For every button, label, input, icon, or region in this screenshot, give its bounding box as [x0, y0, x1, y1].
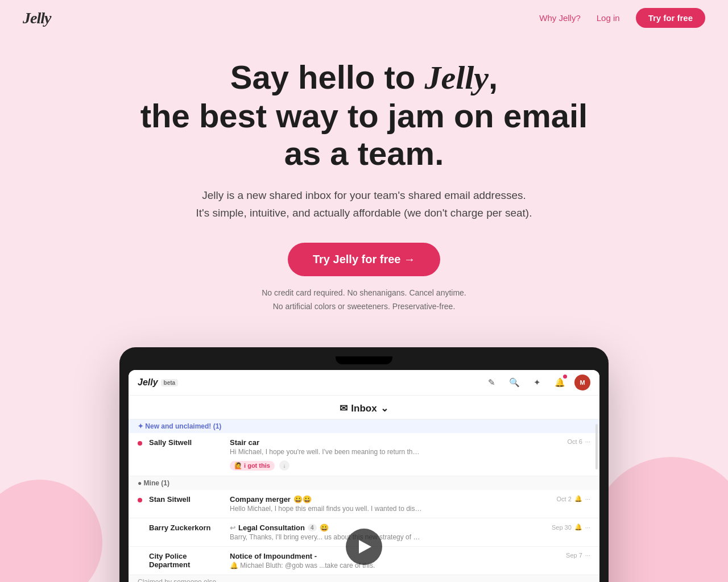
- email-date: Sep 7: [566, 552, 582, 559]
- play-button[interactable]: [346, 529, 382, 565]
- email-subject: Notice of Impoundment -: [230, 552, 559, 560]
- tablet-notch: [336, 356, 392, 364]
- unread-dot: [138, 441, 142, 446]
- nav-logo: Jelly: [23, 9, 51, 27]
- read-spacer: [138, 552, 142, 556]
- hero-title: Say hello to Jelly, the best way to jam …: [119, 59, 609, 173]
- email-list: ✦ New and unclaimed! (1) Sally Sitwell S…: [129, 419, 599, 582]
- email-row[interactable]: Sally Sitwell Stair car Hi Michael, I ho…: [129, 433, 599, 476]
- compose-icon[interactable]: ✎: [483, 375, 499, 390]
- cta-disclaimer: No credit card required. No shenanigans.…: [11, 286, 717, 314]
- email-subject: ↩ Legal Consultation 4 😀: [230, 523, 545, 532]
- email-date: Sep 30: [552, 524, 572, 531]
- section-new-unclaimed: ✦ New and unclaimed! (1): [129, 419, 599, 433]
- inbox-chevron: ⌄: [380, 402, 388, 414]
- cta-try-free-button[interactable]: Try Jelly for free →: [288, 243, 440, 276]
- email-body: ↩ Legal Consultation 4 😀 Barry, Thanks, …: [230, 523, 545, 541]
- unread-dot: [138, 498, 142, 502]
- email-meta: Sep 30 🔔 ···: [552, 523, 590, 531]
- hero-subtitle: Jelly is a new shared inbox for your tea…: [193, 186, 535, 222]
- inbox-label: Inbox: [351, 403, 377, 414]
- search-icon[interactable]: 🔍: [506, 375, 522, 390]
- play-triangle-icon: [359, 540, 371, 554]
- app-screenshot-wrapper: Jelly beta ✎ 🔍 ✦ 🔔 M ✉ Inbox: [0, 347, 728, 582]
- email-sender: Sally Sitwell: [149, 438, 223, 447]
- email-body: Notice of Impoundment - 🔔 Michael Bluth:…: [230, 552, 559, 569]
- email-meta: Oct 2 🔔 ···: [557, 495, 590, 502]
- inbox-icon: ✉: [340, 402, 348, 414]
- email-body: Stair car Hi Michael, I hope you're well…: [230, 438, 561, 471]
- email-date: Oct 6: [568, 438, 582, 445]
- navbar: Jelly Why Jelly? Log in Try for free: [0, 0, 728, 36]
- email-sender: Stan Sitwell: [149, 495, 223, 504]
- email-options: ···: [585, 438, 590, 445]
- scrollbar-track[interactable]: [595, 419, 598, 582]
- email-body: Company merger 😀😀 Hello Michael, I hope …: [230, 495, 550, 513]
- email-subject: Stair car: [230, 438, 561, 447]
- email-sender: City Police Department: [149, 552, 223, 569]
- tablet-frame: Jelly beta ✎ 🔍 ✦ 🔔 M ✉ Inbox: [119, 347, 609, 582]
- notification-area: 🔔: [552, 375, 568, 390]
- app-logo-area: Jelly beta: [138, 377, 178, 388]
- tablet-screen: Jelly beta ✎ 🔍 ✦ 🔔 M ✉ Inbox: [129, 370, 599, 582]
- section-claimed: Claimed by someone else: [129, 575, 599, 582]
- email-meta: Sep 7 ···: [566, 552, 590, 559]
- why-jelly-link[interactable]: Why Jelly?: [539, 13, 581, 23]
- app-beta-badge: beta: [161, 379, 179, 386]
- email-meta: Oct 6 ···: [568, 438, 590, 445]
- email-date: Oct 2: [557, 496, 572, 502]
- user-avatar[interactable]: M: [574, 375, 590, 390]
- email-preview: Barry, Thanks, I'll bring every... us ab…: [230, 533, 423, 541]
- email-preview: Hello Michael, I hope this email finds y…: [230, 505, 423, 513]
- down-arrow-badge: ↓: [279, 460, 289, 471]
- jelly-brand-name: Jelly: [424, 59, 489, 96]
- scrollbar-thumb: [595, 424, 598, 469]
- app-icon-group: ✎ 🔍 ✦ 🔔 M: [483, 375, 590, 390]
- star-icon[interactable]: ✦: [529, 375, 545, 390]
- inbox-header[interactable]: ✉ Inbox ⌄: [129, 396, 599, 419]
- email-options: ···: [585, 524, 590, 531]
- email-options: ···: [585, 552, 590, 559]
- read-spacer: [138, 523, 142, 528]
- got-this-badge: 🙋 i got this: [230, 461, 275, 471]
- app-topbar: Jelly beta ✎ 🔍 ✦ 🔔 M: [129, 370, 599, 396]
- email-row[interactable]: Stan Sitwell Company merger 😀😀 Hello Mic…: [129, 490, 599, 518]
- email-preview: 🔔 Michael Bluth: @gob was ...take care o…: [230, 562, 423, 569]
- email-subject: Company merger 😀😀: [230, 495, 550, 504]
- hero-section: Say hello to Jelly, the best way to jam …: [0, 36, 728, 347]
- nav-right: Why Jelly? Log in Try for free: [539, 8, 705, 28]
- log-in-link[interactable]: Log in: [597, 13, 620, 23]
- section-new-label: ✦ New and unclaimed! (1): [138, 422, 221, 430]
- email-sender: Barry Zuckerkorn: [149, 523, 223, 532]
- nav-try-free-button[interactable]: Try for free: [636, 8, 705, 28]
- email-preview: Hi Michael, I hope you're well. I've bee…: [230, 448, 423, 456]
- email-options: ···: [585, 496, 590, 502]
- app-logo: Jelly: [138, 377, 158, 388]
- section-mine: ● Mine (1): [129, 476, 599, 490]
